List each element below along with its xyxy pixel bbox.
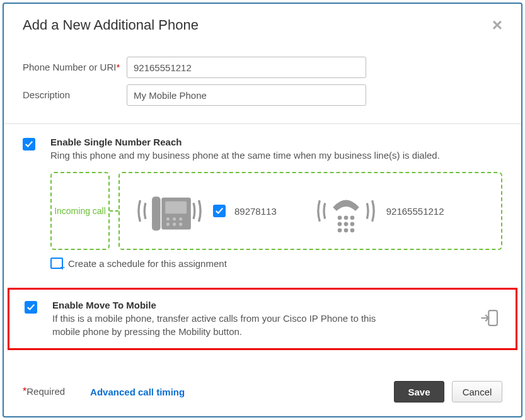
dialog-title: Add a New Additional Phone — [23, 17, 199, 33]
svg-rect-1 — [165, 201, 187, 213]
phone-label-text: Phone Number or URI — [23, 62, 116, 72]
check-icon — [25, 140, 33, 149]
create-schedule-link[interactable]: Create a schedule for this assignment — [50, 258, 502, 269]
svg-point-13 — [343, 222, 348, 227]
cancel-button[interactable]: Cancel — [452, 381, 502, 402]
svg-point-14 — [350, 222, 354, 227]
required-asterisk: * — [116, 62, 120, 72]
form-area: Phone Number or URI* Description — [4, 44, 521, 123]
save-button[interactable]: Save — [394, 381, 444, 402]
svg-point-3 — [166, 217, 170, 220]
diagram-connector — [110, 210, 118, 212]
phone-row: Phone Number or URI* — [23, 57, 502, 78]
snr-option: Enable Single Number Reach Ring this pho… — [23, 137, 502, 162]
snr-text: Enable Single Number Reach Ring this pho… — [50, 137, 440, 162]
snr-checkbox[interactable] — [23, 138, 35, 150]
phone-number-input[interactable] — [127, 57, 366, 78]
required-text: Required — [26, 386, 65, 397]
move-to-mobile-section: Enable Move To Mobile If this is a mobil… — [8, 288, 517, 350]
description-row: Description — [23, 84, 502, 106]
svg-point-17 — [350, 229, 354, 233]
move-to-mobile-checkbox[interactable] — [25, 301, 37, 314]
close-icon[interactable]: × — [492, 15, 502, 35]
snr-desc: Ring this phone and my business phone at… — [50, 149, 440, 162]
call-diagram: Incoming call — [50, 172, 502, 250]
svg-point-7 — [173, 223, 176, 226]
handset-ring-icon — [314, 186, 378, 236]
incoming-call-label: Incoming call — [54, 205, 106, 217]
footer-buttons: Save Cancel — [394, 381, 502, 402]
incoming-call-box: Incoming call — [50, 172, 110, 250]
svg-point-9 — [337, 216, 342, 220]
svg-point-16 — [343, 229, 348, 233]
svg-point-11 — [350, 216, 354, 220]
svg-point-12 — [337, 222, 342, 227]
mobile-device: 92165551212 — [314, 186, 444, 236]
add-phone-dialog: Add a New Additional Phone × Phone Numbe… — [3, 3, 522, 417]
description-label: Description — [23, 89, 127, 101]
description-input[interactable] — [127, 84, 366, 106]
phone-label: Phone Number or URI* — [23, 62, 127, 74]
dialog-footer: *Required Advanced call timing Save Canc… — [4, 370, 521, 416]
desk-phone-checkbox[interactable] — [213, 205, 226, 217]
svg-rect-2 — [152, 196, 161, 230]
dialog-header: Add a New Additional Phone × — [4, 4, 521, 44]
calendar-add-icon — [50, 258, 63, 269]
svg-rect-18 — [488, 310, 497, 326]
move-desc: If this is a mobile phone, transfer acti… — [52, 312, 405, 338]
ring-group-box: 89278113 — [118, 172, 502, 250]
move-to-mobile-icon — [479, 307, 500, 331]
move-title: Enable Move To Mobile — [52, 300, 405, 310]
svg-point-10 — [343, 216, 348, 220]
schedule-label: Create a schedule for this assignment — [68, 258, 227, 269]
move-text: Enable Move To Mobile If this is a mobil… — [52, 300, 405, 338]
desk-phone-icon — [135, 186, 204, 236]
required-note: *Required — [23, 386, 65, 397]
svg-point-8 — [179, 223, 182, 226]
svg-point-4 — [173, 217, 176, 220]
svg-point-6 — [166, 223, 170, 226]
advanced-call-timing-link[interactable]: Advanced call timing — [90, 387, 185, 397]
svg-point-5 — [179, 217, 182, 220]
svg-point-15 — [337, 229, 342, 233]
check-icon — [215, 207, 224, 215]
snr-section: Enable Single Number Reach Ring this pho… — [4, 124, 521, 280]
desk-phone-device: 89278113 — [135, 186, 277, 236]
mobile-number: 92165551212 — [386, 206, 444, 217]
check-icon — [26, 303, 35, 312]
snr-title: Enable Single Number Reach — [50, 137, 440, 147]
desk-phone-number: 89278113 — [234, 206, 277, 217]
